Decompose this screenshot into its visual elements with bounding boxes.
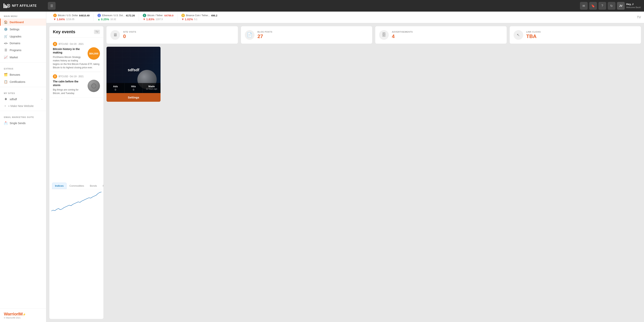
mail-button[interactable]: ✉ bbox=[580, 2, 588, 10]
sidebar-item-label: Upgrades bbox=[10, 35, 22, 38]
ticker-bar: ₿ Bitcoin / U.S. Dollar 64810.49 ▼ 1.84%… bbox=[46, 12, 644, 23]
ticker-change-val-bitcoin: 1216.05 bbox=[66, 18, 74, 21]
tab-forex[interactable]: Forex bbox=[100, 183, 104, 189]
tv-badge[interactable]: TV bbox=[94, 30, 100, 34]
sidebar-divider-1 bbox=[0, 62, 46, 63]
sidebar-footer: WarriorIM⚡ © WarriorIM 2021 bbox=[0, 308, 46, 322]
tab-commodities[interactable]: Commodities bbox=[66, 183, 87, 189]
ethereum-icon: Ξ bbox=[98, 14, 101, 17]
ticker-top-bitcoin: ₿ Bitcoin / U.S. Dollar 64810.49 bbox=[53, 14, 90, 17]
sidebar-divider-2 bbox=[0, 87, 46, 87]
bonuses-icon: 🗂️ bbox=[4, 73, 8, 77]
hamburger-button[interactable]: ☰ bbox=[48, 2, 56, 10]
stat-card-site-visits: 🖥 SITE VISITS 0 bbox=[106, 26, 238, 44]
stat-card-blog-posts: 📄 BLOG POSTS 27 bbox=[241, 26, 372, 44]
plus-icon: ＋ bbox=[4, 104, 6, 108]
sidebar-item-settings[interactable]: ⚙️ Settings bbox=[0, 26, 46, 33]
logo-area: NFT AFFILIATE bbox=[3, 2, 46, 9]
list-item: ₿ BTCUSD Oct 19 · 2021 bbox=[50, 72, 104, 97]
monitor-icon: 🖥 bbox=[113, 33, 117, 38]
sidebar-item-domains[interactable]: </> Domains bbox=[0, 40, 46, 47]
stat-info-advertisements: ADVERTISEMENTS 4 bbox=[392, 31, 413, 39]
document-icon: 📄 bbox=[247, 33, 252, 38]
sidebar-item-dashboard[interactable]: 🏠 Dashboard bbox=[0, 19, 46, 26]
tradingview-icon[interactable]: TV bbox=[637, 16, 641, 19]
ticker-bottom-ethereum: ▲ 0.25% 10.32 bbox=[98, 18, 135, 21]
sidebar-item-single-sends[interactable]: 📩 Single Sends bbox=[0, 120, 46, 127]
extras-label: EXTRAS bbox=[0, 64, 46, 71]
ticker-pair-ethereum: Ethereum / U.S. Dol... bbox=[102, 14, 125, 17]
ticker-bottom-bnb: ▼ 1.02% 5.1 bbox=[181, 18, 217, 21]
sites-and-content: sdfsdf Ads 0 Hits 0 bbox=[106, 47, 641, 102]
ticker-change-val-btc-tether: 1207.3 bbox=[156, 18, 163, 21]
site-card-sdfsdf: sdfsdf Ads 0 Hits 0 bbox=[106, 47, 160, 102]
refresh-button[interactable]: ↻ bbox=[608, 2, 616, 10]
chart-tabs: Indices Commodities Bonds Forex bbox=[50, 180, 104, 189]
btc-tether-icon: ₿ bbox=[143, 14, 146, 17]
btc-badge-2: ₿ bbox=[53, 74, 57, 79]
ticker-top-bnb: B Binance Coin / Tether... 496.2 bbox=[181, 14, 217, 17]
my-sites-label: MY SITES bbox=[0, 89, 46, 96]
ads-value: 0 bbox=[108, 88, 123, 91]
chevron-right-icon: › bbox=[42, 98, 42, 101]
event-price-badge-2 bbox=[88, 80, 100, 92]
bookmark-button[interactable]: 🔖 bbox=[589, 2, 597, 10]
ticker-pair-bnb: Binance Coin / Tether... bbox=[186, 14, 210, 17]
sidebar: MAIN MENU 🏠 Dashboard ⚙️ Settings 🛒 Upgr… bbox=[0, 12, 46, 322]
add-site-button[interactable]: ＋ + Make New Website bbox=[0, 103, 46, 109]
stats-row: 🖥 SITE VISITS 0 📄 BLOG POSTS bbox=[106, 26, 641, 44]
site-stat-ads: Ads 0 bbox=[106, 83, 125, 93]
site-stat-hits: Hits 0 bbox=[125, 83, 143, 93]
main-menu-label: MAIN MENU bbox=[0, 12, 46, 19]
ticker-change-bitcoin: ▼ 1.84% bbox=[53, 18, 65, 21]
sidebar-item-programs[interactable]: ☰ Programs bbox=[0, 47, 46, 54]
warrior-logo: WarriorIM⚡ bbox=[4, 311, 42, 316]
sidebar-item-certifications[interactable]: 📋 Certifications bbox=[0, 78, 46, 85]
event-ticker-2: BTCUSD bbox=[59, 75, 68, 78]
email-suite-label: EMAIL MARKETING SUITE bbox=[0, 113, 46, 120]
tab-bonds[interactable]: Bonds bbox=[87, 183, 100, 189]
hits-label: Hits bbox=[126, 85, 141, 88]
sidebar-item-market[interactable]: 📈 Market bbox=[0, 54, 46, 61]
stat-info-blog-posts: BLOG POSTS 27 bbox=[258, 31, 272, 39]
site-settings-button[interactable]: Settings bbox=[106, 93, 160, 102]
site-card-name: sdfsdf bbox=[128, 68, 139, 72]
stat-label-advertisements: ADVERTISEMENTS bbox=[392, 31, 413, 33]
btc-badge-1: ₿ bbox=[53, 42, 57, 46]
cursor-icon: ↖ bbox=[517, 33, 520, 37]
hits-value: 0 bbox=[126, 88, 141, 91]
sidebar-item-upgrades[interactable]: 🛒 Upgrades bbox=[0, 33, 46, 40]
ticker-item-btc-tether: ₿ Bitcoin / Tether 64799.9 ▼ 1.83% 1207.… bbox=[139, 14, 178, 21]
top-navigation: NFT AFFILIATE ☰ ✉ 🔖 ? ↻ JV Hey, J Welcom… bbox=[0, 0, 644, 12]
logo-icon bbox=[3, 2, 10, 9]
ticker-top-ethereum: Ξ Ethereum / U.S. Dol... 4172.26 bbox=[98, 14, 135, 17]
key-events-header: Key events TV bbox=[50, 26, 104, 38]
help-button[interactable]: ? bbox=[598, 2, 606, 10]
ticker-item-ethereum: Ξ Ethereum / U.S. Dol... 4172.26 ▲ 0.25%… bbox=[94, 14, 139, 21]
ticker-price-btc-tether: 64799.9 bbox=[164, 14, 174, 17]
ticker-bottom-btc-tether: ▼ 1.83% 1207.3 bbox=[143, 18, 174, 21]
event-ticker-1: BTCUSD bbox=[59, 43, 68, 45]
site-stats-row: Ads 0 Hits 0 Made 12 hours ago bbox=[106, 83, 160, 93]
chart-body bbox=[50, 189, 104, 216]
site-visits-icon-wrap: 🖥 bbox=[110, 30, 120, 40]
event-meta-2: ₿ BTCUSD Oct 19 · 2021 bbox=[53, 74, 100, 79]
main-layout: MAIN MENU 🏠 Dashboard ⚙️ Settings 🛒 Upgr… bbox=[0, 12, 644, 322]
tab-indices[interactable]: Indices bbox=[52, 183, 66, 189]
sidebar-item-bonuses[interactable]: 🗂️ Bonuses bbox=[0, 71, 46, 78]
ticker-pair-bitcoin: Bitcoin / U.S. Dollar bbox=[58, 14, 78, 17]
ticker-price-bitcoin: 64810.49 bbox=[79, 14, 90, 17]
advertisements-icon-wrap: 🗄 bbox=[379, 30, 389, 40]
sidebar-item-label: Dashboard bbox=[10, 21, 24, 24]
ticker-price-bnb: 496.2 bbox=[211, 14, 218, 17]
settings-icon: ⚙️ bbox=[4, 28, 8, 31]
ticker-change-btc-tether: ▼ 1.83% bbox=[143, 18, 154, 21]
chart-card: Indices Commodities Bonds Forex bbox=[50, 180, 104, 319]
link-clicks-icon-wrap: ↖ bbox=[514, 30, 523, 40]
sidebar-item-sdfsdf[interactable]: ❖ sdfsdf › bbox=[0, 96, 46, 103]
sidebar-item-label: Single Sends bbox=[10, 122, 26, 125]
blog-posts-icon-wrap: 📄 bbox=[245, 30, 254, 40]
nav-right: ✉ 🔖 ? ↻ JV Hey, J Welcome Back! bbox=[580, 2, 641, 10]
svg-rect-1 bbox=[5, 5, 6, 8]
ticker-change-bnb: ▼ 1.02% bbox=[181, 18, 193, 21]
